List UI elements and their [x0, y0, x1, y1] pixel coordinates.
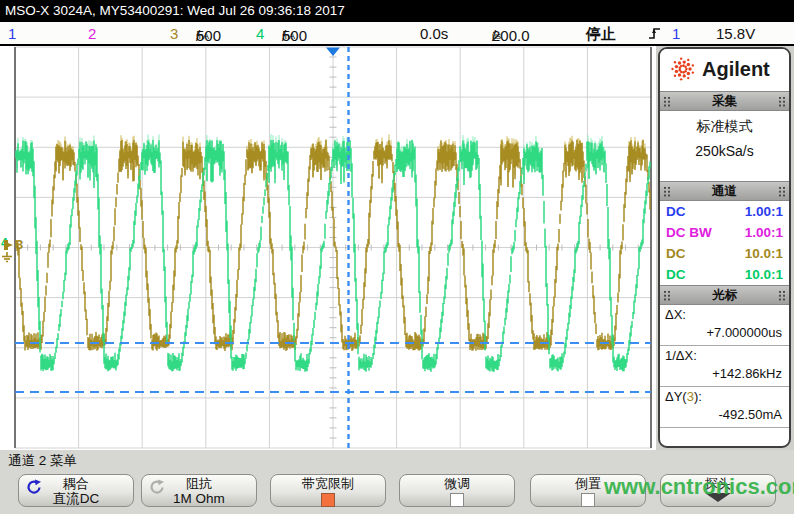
ch2-indicator[interactable]: 2: [88, 24, 96, 44]
brand-row: Agilent: [660, 49, 789, 91]
cursor-inv-delta-x: 1/ΔX: +142.86kHz: [660, 346, 789, 387]
trigger-edge-icon: [648, 26, 662, 46]
grip-dots-icon: [663, 290, 671, 301]
grip-dots-icon: [778, 186, 786, 197]
trigger-level[interactable]: 15.8V: [716, 24, 755, 44]
model-serial-datetime: MSO-X 3024A, MY53400291: Wed Jul 26 09:3…: [5, 3, 345, 18]
grip-dots-icon: [663, 96, 671, 107]
channel-4-row: DC 10.0:1: [660, 264, 789, 285]
ch1-probe-ratio: 1.00:1: [745, 201, 783, 222]
ch2-coupling: DC BW: [666, 225, 712, 240]
softkey-coupling[interactable]: 耦合 直流DC: [18, 474, 134, 507]
scope-display[interactable]: 4 3: [0, 46, 656, 450]
section-header-acquisition[interactable]: 采集: [660, 91, 789, 111]
acquisition-mode: 标准模式: [660, 118, 789, 136]
horizontal-delay[interactable]: 0.0s: [420, 24, 448, 44]
cursor-delta-y-value: -492.50mA: [665, 404, 784, 424]
ch4-coupling: DC: [666, 267, 686, 282]
ch1-indicator[interactable]: 1: [8, 24, 16, 44]
titlebar: MSO-X 3024A, MY53400291: Wed Jul 26 09:3…: [0, 0, 794, 22]
ch3-grid-label: 3: [16, 239, 23, 251]
cursor-delta-x-label: ΔX:: [665, 307, 784, 322]
waveform-plot: [0, 46, 656, 450]
ch3-probe-ratio: 10.0:1: [745, 243, 783, 264]
cursor-delta-y-label: ΔY(3):: [665, 389, 784, 404]
acquisition-info: 标准模式 250kSa/s: [660, 111, 789, 181]
agilent-logo-icon: [670, 56, 696, 84]
channel-3-row: DC 10.0:1: [660, 243, 789, 264]
status-row: 1 2 3 500mA/ 4 500mA/ 0.0s 200.0us/ 停止 1…: [0, 22, 794, 46]
cursor-inv-delta-x-label: 1/ΔX:: [665, 348, 784, 363]
ch4-probe-ratio: 10.0:1: [745, 264, 783, 285]
brand-name: Agilent: [702, 58, 770, 81]
grip-dots-icon: [778, 290, 786, 301]
grip-dots-icon: [778, 96, 786, 107]
watermark: www.cntronics.com: [604, 474, 794, 500]
cursor-delta-y: ΔY(3): -492.50mA: [660, 387, 789, 428]
softkey-bandwidth-limit[interactable]: 带宽限制: [270, 474, 386, 507]
ch1-coupling: DC: [666, 204, 686, 219]
cycle-arrow-icon: [26, 479, 42, 498]
cycle-arrow-icon: [149, 479, 165, 498]
sidebar-panel: Agilent 采集 标准模式 250kSa/s 通道 DC 1.00:1 DC…: [658, 47, 791, 448]
fine-adjust-checkbox[interactable]: [450, 493, 464, 507]
section-header-cursors[interactable]: 光标: [660, 285, 789, 305]
channel-1-row: DC 1.00:1: [660, 201, 789, 222]
softkey-fine-adjust[interactable]: 微调: [399, 474, 515, 507]
bandwidth-limit-checkbox[interactable]: [321, 493, 335, 507]
ch2-probe-ratio: 1.00:1: [745, 222, 783, 243]
cursor-delta-x-value: +7.000000us: [665, 322, 784, 342]
ch3-coupling: DC: [666, 246, 686, 261]
ch3-indicator[interactable]: 3: [170, 24, 178, 44]
invert-checkbox[interactable]: [581, 493, 595, 507]
channel-2-row: DC BW 1.00:1: [660, 222, 789, 243]
run-state[interactable]: 停止: [586, 24, 616, 44]
cursor-inv-delta-x-value: +142.86kHz: [665, 363, 784, 383]
oscilloscope-screen: MSO-X 3024A, MY53400291: Wed Jul 26 09:3…: [0, 0, 794, 514]
softkey-impedance[interactable]: 阻抗 1M Ohm: [141, 474, 257, 507]
section-header-channels[interactable]: 通道: [660, 181, 789, 201]
cursor-delta-x: ΔX: +7.000000us: [660, 305, 789, 346]
sample-rate: 250kSa/s: [660, 143, 789, 159]
grip-dots-icon: [663, 186, 671, 197]
ch4-indicator[interactable]: 4: [256, 24, 264, 44]
trigger-source[interactable]: 1: [672, 24, 680, 44]
menu-title: 通道 2 菜单: [8, 452, 77, 470]
